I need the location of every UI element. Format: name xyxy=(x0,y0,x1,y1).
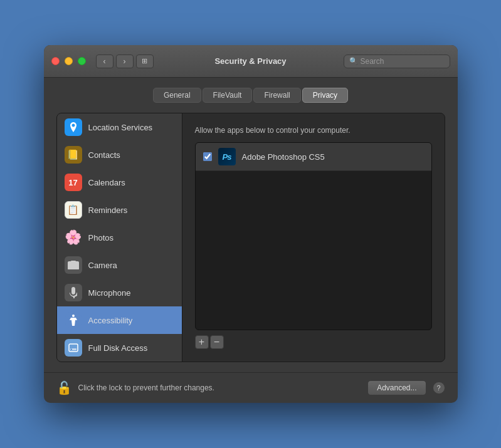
list-controls: + − xyxy=(195,335,432,349)
sidebar-label-microphone: Microphone xyxy=(88,288,131,298)
back-button[interactable]: ‹ xyxy=(96,55,113,68)
fulldisk-icon xyxy=(65,339,82,357)
sidebar-item-accessibility[interactable]: Accessibility xyxy=(57,306,182,334)
app-name-photoshop: Adobe Photoshop CS5 xyxy=(242,152,325,162)
sidebar-item-contacts[interactable]: 📒 Contacts xyxy=(57,141,182,169)
sidebar: Location Services 📒 Contacts 17 Calendar… xyxy=(57,113,182,362)
location-icon xyxy=(65,118,82,136)
maximize-button[interactable] xyxy=(78,57,86,65)
content-area: General FileVault Firewall Privacy Locat… xyxy=(44,78,458,372)
panel-description: Allow the apps below to control your com… xyxy=(195,126,432,135)
grid-button[interactable]: ⊞ xyxy=(136,55,154,68)
close-button[interactable] xyxy=(51,57,60,65)
tab-general[interactable]: General xyxy=(153,88,201,103)
lock-icon[interactable]: 🔓 xyxy=(56,380,72,395)
sidebar-label-fulldisk: Full Disk Access xyxy=(88,343,148,353)
advanced-button[interactable]: Advanced... xyxy=(367,380,426,395)
sidebar-label-contacts: Contacts xyxy=(88,150,120,160)
sidebar-item-camera[interactable]: Camera xyxy=(57,251,182,279)
sidebar-label-location: Location Services xyxy=(88,123,153,132)
app-checkbox-photoshop[interactable] xyxy=(203,152,212,161)
system-preferences-window: ‹ › ⊞ Security & Privacy 🔍 Search Genera… xyxy=(44,45,458,403)
forward-button[interactable]: › xyxy=(116,55,134,68)
tab-firewall[interactable]: Firewall xyxy=(253,88,300,103)
tab-filevault[interactable]: FileVault xyxy=(203,88,253,103)
tab-privacy[interactable]: Privacy xyxy=(302,88,348,103)
contacts-icon: 📒 xyxy=(65,146,82,164)
window-title: Security & Privacy xyxy=(214,56,286,66)
sidebar-item-photos[interactable]: 🌸 Photos xyxy=(57,224,182,251)
sidebar-label-photos: Photos xyxy=(88,233,113,242)
nav-buttons: ‹ › xyxy=(96,55,134,68)
remove-app-button[interactable]: − xyxy=(210,335,224,349)
app-list: Ps Adobe Photoshop CS5 xyxy=(195,142,432,330)
sidebar-item-calendars[interactable]: 17 Calendars xyxy=(57,169,182,196)
titlebar: ‹ › ⊞ Security & Privacy 🔍 Search xyxy=(44,45,458,78)
bottom-bar: 🔓 Click the lock to prevent further chan… xyxy=(44,372,458,403)
photos-icon: 🌸 xyxy=(65,229,82,246)
lock-text: Click the lock to prevent further change… xyxy=(78,383,362,392)
traffic-lights xyxy=(51,57,86,65)
app-item-photoshop: Ps Adobe Photoshop CS5 xyxy=(196,143,431,171)
main-panel: Location Services 📒 Contacts 17 Calendar… xyxy=(56,113,445,362)
help-button[interactable]: ? xyxy=(433,382,445,394)
search-placeholder: Search xyxy=(361,57,384,66)
app-icon-photoshop: Ps xyxy=(218,148,236,165)
sidebar-label-accessibility: Accessibility xyxy=(88,316,133,325)
sidebar-item-fulldisk[interactable]: Full Disk Access xyxy=(57,334,182,362)
tab-bar: General FileVault Firewall Privacy xyxy=(56,88,445,103)
accessibility-icon xyxy=(65,311,82,329)
right-panel: Allow the apps below to control your com… xyxy=(182,113,445,362)
microphone-icon xyxy=(65,284,82,301)
sidebar-item-reminders[interactable]: 📋 Reminders xyxy=(57,196,182,224)
sidebar-item-microphone[interactable]: Microphone xyxy=(57,279,182,306)
svg-point-0 xyxy=(72,315,75,317)
svg-point-3 xyxy=(71,349,72,350)
minimize-button[interactable] xyxy=(65,57,73,65)
sidebar-label-calendars: Calendars xyxy=(88,178,125,187)
search-box[interactable]: 🔍 Search xyxy=(344,55,450,68)
sidebar-item-location[interactable]: Location Services xyxy=(57,113,182,141)
add-app-button[interactable]: + xyxy=(195,335,209,349)
search-icon: 🔍 xyxy=(349,57,358,65)
calendars-icon: 17 xyxy=(65,174,82,191)
reminders-icon: 📋 xyxy=(65,201,82,219)
sidebar-label-camera: Camera xyxy=(88,261,117,270)
camera-icon xyxy=(65,256,82,274)
sidebar-label-reminders: Reminders xyxy=(88,206,128,215)
svg-rect-1 xyxy=(69,344,78,352)
